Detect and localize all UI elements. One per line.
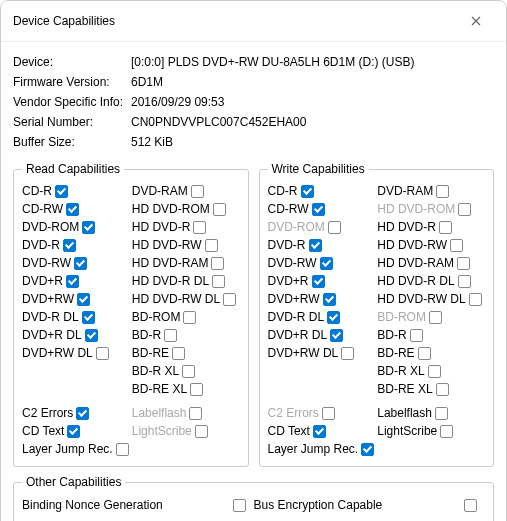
write-label-hd-dvd-r: HD DVD-R [377, 220, 436, 234]
write-checkbox-cd-text[interactable] [313, 425, 326, 438]
write-checkbox-dvd-r-dl[interactable] [330, 329, 343, 342]
write-checkbox-hd-dvd-rw[interactable] [450, 239, 463, 252]
read-checkbox-bd-re[interactable] [172, 347, 185, 360]
write-checkbox-bd-rom[interactable] [429, 311, 442, 324]
read-checkbox-dvd-rw[interactable] [77, 293, 90, 306]
read-item-cd-rw: CD-RW [22, 200, 130, 218]
write-checkbox-dvd-rw[interactable] [323, 293, 336, 306]
read-label-hd-dvd-rw-dl: HD DVD-RW DL [132, 292, 220, 306]
read-item-bd-rom: BD-ROM [132, 308, 240, 326]
write-label-bd-re-xl: BD-RE XL [377, 382, 432, 396]
write-capabilities-group: Write Capabilities CD-RDVD-RAMCD-RWHD DV… [259, 162, 495, 467]
write-item-hd-dvd-rw: HD DVD-RW [377, 236, 485, 254]
read-checkbox-dvd-rw-dl[interactable] [96, 347, 109, 360]
read-item-bd-re: BD-RE [132, 344, 240, 362]
read-checkbox-bd-r-xl[interactable] [182, 365, 195, 378]
write-label-dvd-r-dl: DVD+R DL [268, 328, 328, 342]
write-checkbox-dvd-ram[interactable] [436, 185, 449, 198]
info-row-device: Device: [0:0:0] PLDS DVD+-RW DU-8A5LH 6D… [13, 52, 494, 72]
write-item-dvd-r: DVD+R [268, 272, 376, 290]
read-checkbox-dvd-r[interactable] [66, 275, 79, 288]
write-label-cd-r: CD-R [268, 184, 298, 198]
read-item-hd-dvd-rw: HD DVD-RW [132, 236, 240, 254]
write-item-bd-rom: BD-ROM [377, 308, 485, 326]
write-label-labelflash: Labelflash [377, 406, 432, 420]
read-checkbox-bd-re-xl[interactable] [190, 383, 203, 396]
read-checkbox-labelflash[interactable] [189, 407, 202, 420]
read-checkbox-cd-rw[interactable] [66, 203, 79, 216]
read-item-labelflash: Labelflash [132, 404, 240, 422]
binding-nonce-checkbox[interactable] [233, 499, 246, 512]
read-checkbox-lightscribe[interactable] [195, 425, 208, 438]
read-checkbox-dvd-r[interactable] [63, 239, 76, 252]
write-label-layer-jump-rec: Layer Jump Rec. [268, 442, 359, 456]
write-checkbox-hd-dvd-r[interactable] [439, 221, 452, 234]
write-checkbox-bd-r-xl[interactable] [428, 365, 441, 378]
read-item-hd-dvd-r: HD DVD-R [132, 218, 240, 236]
read-item-hd-dvd-r-dl: HD DVD-R DL [132, 272, 240, 290]
read-checkbox-dvd-r-dl[interactable] [85, 329, 98, 342]
write-checkbox-cd-rw[interactable] [312, 203, 325, 216]
read-checkbox-bd-r[interactable] [164, 329, 177, 342]
write-checkbox-hd-dvd-ram[interactable] [457, 257, 470, 270]
close-button[interactable] [458, 9, 494, 33]
read-checkbox-cd-text[interactable] [67, 425, 80, 438]
read-label-cd-r: CD-R [22, 184, 52, 198]
read-checkbox-bd-rom[interactable] [183, 311, 196, 324]
read-checkbox-hd-dvd-rom[interactable] [213, 203, 226, 216]
binding-nonce-item: Binding Nonce Generation [22, 495, 254, 515]
read-item-bd-r-xl: BD-R XL [132, 362, 240, 380]
write-checkbox-dvd-rw-dl[interactable] [341, 347, 354, 360]
write-item-dvd-rw-dl: DVD+RW DL [268, 344, 376, 362]
write-label-hd-dvd-rw: HD DVD-RW [377, 238, 447, 252]
write-checkbox-labelflash[interactable] [435, 407, 448, 420]
read-checkbox-dvd-ram[interactable] [191, 185, 204, 198]
write-label-c2-errors: C2 Errors [268, 406, 319, 420]
read-checkbox-hd-dvd-r-dl[interactable] [212, 275, 225, 288]
read-item-hd-dvd-rw-dl: HD DVD-RW DL [132, 290, 240, 308]
write-checkbox-hd-dvd-rom[interactable] [458, 203, 471, 216]
write-checkbox-dvd-rom[interactable] [328, 221, 341, 234]
write-checkbox-bd-re[interactable] [418, 347, 431, 360]
write-checkbox-bd-r[interactable] [410, 329, 423, 342]
read-checkbox-hd-dvd-ram[interactable] [211, 257, 224, 270]
read-item-dvd-rw: DVD-RW [22, 254, 130, 272]
read-checkbox-dvd-rom[interactable] [82, 221, 95, 234]
bus-encryption-checkbox[interactable] [464, 499, 477, 512]
write-label-bd-rom: BD-ROM [377, 310, 426, 324]
read-checkbox-layer-jump-rec[interactable] [116, 443, 129, 456]
write-item-lightscribe: LightScribe [377, 422, 485, 440]
read-checkbox-hd-dvd-r[interactable] [193, 221, 206, 234]
read-item-dvd-rom: DVD-ROM [22, 218, 130, 236]
read-checkbox-dvd-r-dl[interactable] [82, 311, 95, 324]
write-item-dvd-r-dl: DVD+R DL [268, 326, 376, 344]
capabilities-row: Read Capabilities CD-RDVD-RAMCD-RWHD DVD… [13, 162, 494, 467]
read-checkbox-hd-dvd-rw[interactable] [205, 239, 218, 252]
read-item-dvd-rw: DVD+RW [22, 290, 130, 308]
device-label: Device: [13, 55, 131, 69]
window-title: Device Capabilities [13, 14, 115, 28]
titlebar: Device Capabilities [1, 1, 506, 42]
write-checkbox-dvd-r[interactable] [309, 239, 322, 252]
serial-label: Serial Number: [13, 115, 131, 129]
write-checkbox-lightscribe[interactable] [440, 425, 453, 438]
read-checkbox-hd-dvd-rw-dl[interactable] [223, 293, 236, 306]
read-item-hd-dvd-rom: HD DVD-ROM [132, 200, 240, 218]
write-checkbox-dvd-r-dl[interactable] [327, 311, 340, 324]
read-checkbox-c2-errors[interactable] [76, 407, 89, 420]
write-checkbox-dvd-rw[interactable] [320, 257, 333, 270]
write-checkbox-bd-re-xl[interactable] [436, 383, 449, 396]
read-item-dvd-ram: DVD-RAM [132, 182, 240, 200]
write-checkbox-dvd-r[interactable] [312, 275, 325, 288]
write-checkbox-c2-errors[interactable] [322, 407, 335, 420]
write-checkbox-cd-r[interactable] [301, 185, 314, 198]
write-label-hd-dvd-ram: HD DVD-RAM [377, 256, 454, 270]
read-checkbox-cd-r[interactable] [55, 185, 68, 198]
read-label-lightscribe: LightScribe [132, 424, 192, 438]
read-checkbox-dvd-rw[interactable] [74, 257, 87, 270]
write-checkbox-hd-dvd-r-dl[interactable] [458, 275, 471, 288]
read-label-hd-dvd-r-dl: HD DVD-R DL [132, 274, 209, 288]
write-checkbox-hd-dvd-rw-dl[interactable] [469, 293, 482, 306]
write-checkbox-layer-jump-rec[interactable] [361, 443, 374, 456]
write-item-labelflash: Labelflash [377, 404, 485, 422]
